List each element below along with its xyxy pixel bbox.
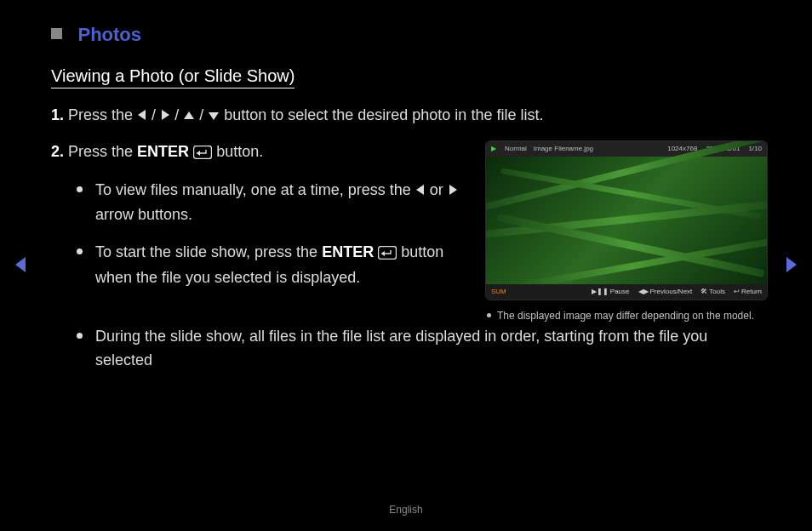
step2-text-b: button.	[216, 143, 263, 160]
preview-caption: The displayed image may differ depending…	[485, 309, 766, 323]
two-column-row: 2. Press the ENTER button. To view files…	[51, 140, 766, 323]
svg-marker-4	[184, 111, 194, 119]
column-text: 2. Press the ENTER button. To view files…	[51, 140, 468, 304]
arrow-right-icon	[160, 105, 170, 128]
svg-marker-5	[209, 112, 219, 120]
bullet-list-wide: During the slide show, all files in the …	[77, 325, 766, 373]
preview-prevnext: ◀▶ Previous/Next	[638, 287, 693, 297]
page-heading: Viewing a Photo (or Slide Show)	[51, 66, 294, 88]
preview-return: ↩ Return	[734, 287, 762, 297]
step-list: 1. Press the / / / button to select the …	[51, 104, 766, 372]
step-2: 2. Press the ENTER button. To view files…	[51, 140, 766, 373]
column-illustration: ▶ Normal Image Filename.jpg 1024x768 201…	[485, 140, 766, 323]
grass-photo-icon	[486, 157, 767, 284]
arrow-left-icon	[137, 105, 147, 128]
b1a: To view files manually, one at a time, p…	[95, 181, 415, 198]
arrow-left-icon	[415, 180, 426, 203]
preview-tools: 🛠 Tools	[700, 287, 725, 297]
svg-rect-6	[194, 146, 212, 158]
sep: /	[199, 106, 208, 123]
play-icon: ▶	[491, 144, 496, 154]
svg-marker-0	[15, 257, 26, 272]
sep: /	[174, 106, 183, 123]
bullet-1: To view files manually, one at a time, p…	[77, 179, 468, 227]
enter-icon	[378, 243, 397, 267]
step2-line: 2. Press the ENTER button.	[51, 140, 468, 167]
enter-label: ENTER	[322, 243, 374, 260]
preview-count: 1/10	[748, 144, 762, 154]
bullet-list: To view files manually, one at a time, p…	[77, 179, 468, 291]
step-1: 1. Press the / / / button to select the …	[51, 104, 766, 128]
bullet-2: To start the slide show, press the ENTER…	[77, 241, 468, 291]
preview-pause: ▶❚❚ Pause	[592, 287, 630, 297]
step1-text-a: Press the	[68, 106, 137, 123]
footer-language: English	[0, 504, 812, 516]
preview-bottom-bar: SUM ▶❚❚ Pause ◀▶ Previous/Next 🛠 Tools ↩…	[486, 284, 767, 300]
b1or: or	[430, 181, 448, 198]
step1-text-b: button to select the desired photo in th…	[224, 106, 543, 123]
section-title: Photos	[77, 24, 141, 45]
preview-mode: Normal	[505, 144, 527, 154]
svg-marker-3	[162, 110, 169, 120]
svg-marker-11	[381, 251, 386, 256]
nav-prev-button[interactable]	[14, 255, 29, 279]
svg-marker-2	[138, 110, 146, 120]
photo-preview-screenshot: ▶ Normal Image Filename.jpg 1024x768 201…	[485, 140, 768, 300]
svg-rect-10	[379, 246, 397, 259]
preview-sum: SUM	[491, 287, 506, 297]
step2-text-a: Press the	[68, 143, 137, 160]
section-row: Photos	[51, 24, 766, 46]
svg-marker-8	[416, 185, 424, 195]
arrow-down-icon	[208, 105, 220, 128]
section-bullet-icon	[51, 28, 62, 39]
page: Photos Viewing a Photo (or Slide Show) 1…	[0, 0, 812, 531]
step-number: 2.	[51, 143, 64, 160]
arrow-up-icon	[183, 105, 195, 128]
content-area: Photos Viewing a Photo (or Slide Show) 1…	[51, 24, 766, 385]
b2a: To start the slide show, press the	[95, 243, 322, 260]
bullet-3: During the slide show, all files in the …	[77, 325, 766, 373]
enter-label: ENTER	[137, 143, 189, 160]
svg-marker-7	[197, 151, 201, 156]
arrow-right-icon	[448, 180, 458, 203]
sep: /	[152, 106, 160, 123]
enter-icon	[193, 143, 212, 167]
nav-next-button[interactable]	[783, 255, 798, 279]
b1b: arrow buttons.	[95, 206, 192, 223]
preview-filename: Image Filename.jpg	[534, 144, 593, 154]
step-number: 1.	[51, 106, 64, 123]
svg-marker-1	[786, 257, 797, 272]
body-text: 1. Press the / / / button to select the …	[51, 104, 766, 372]
svg-marker-9	[449, 185, 457, 195]
